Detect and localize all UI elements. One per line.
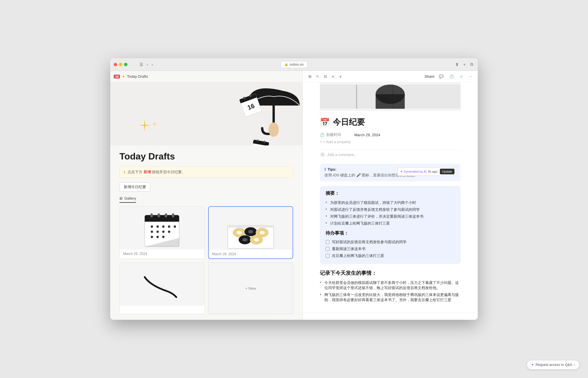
- checkbox-3[interactable]: [326, 254, 330, 258]
- new-tab-icon[interactable]: +: [462, 62, 467, 67]
- info-text: 点击下方 新增 按钮开启今日纪要。: [127, 169, 185, 175]
- forward-button[interactable]: ›: [150, 62, 154, 67]
- tips-info-icon: ℹ: [324, 167, 326, 172]
- gallery-label: Gallery: [124, 196, 136, 200]
- ai-sparkle-icon: ✦ Generated by AI: [400, 170, 427, 174]
- highlight-new: 新增: [144, 170, 151, 174]
- svg-rect-19: [158, 213, 160, 217]
- add-new-label: + New: [245, 286, 256, 291]
- right-panel: ⊞ ↖ ⊟ ∧ ∨ Share 💬 🕐 ☆ ···: [303, 71, 478, 320]
- doc-title-text: 今日纪要: [333, 117, 365, 128]
- tips-title-text: Tips:: [328, 167, 336, 172]
- svg-point-43: [260, 231, 265, 234]
- url-bar[interactable]: 🔒 notion.so: [281, 61, 307, 68]
- nav-down-icon[interactable]: ∨: [338, 74, 343, 79]
- ai-time: 3h ago: [428, 170, 438, 173]
- page-title-bar: 18 ✦ Today Drafts: [114, 74, 148, 79]
- gallery-grid-icon: ⊞: [119, 196, 123, 200]
- gallery-card-3[interactable]: [119, 262, 205, 314]
- add-property[interactable]: + + Add a property: [320, 139, 461, 145]
- expand-icon[interactable]: ⊞: [307, 74, 313, 79]
- todo-text-3: 在豆瓣上给网飞版的三体打三星: [332, 253, 384, 258]
- page-heading: Today Drafts: [119, 151, 293, 162]
- checkbox-2[interactable]: [326, 247, 330, 251]
- record-bullets: 今天给群里会员做的模拟面试聊了差不多两个小时，压力之下暴露了不少问题。这位同学觉…: [320, 279, 461, 303]
- star-icon[interactable]: ☆: [459, 74, 464, 79]
- comment-number: 5: [320, 152, 325, 157]
- todo-text-1: 写好面试的反馈后将文档发给参与面试的同学: [332, 239, 407, 245]
- add-comment-placeholder[interactable]: Add a comment...: [328, 153, 357, 157]
- right-content: 📅 今日纪要 🕐 创建时间 March 29, 2024 +: [303, 82, 478, 313]
- svg-point-33: [162, 236, 165, 238]
- clock-icon: 🕐: [320, 133, 324, 137]
- left-page-title: Today Drafts: [127, 74, 148, 79]
- lock-icon: 🔒: [285, 63, 288, 66]
- todo-section: 待办事项： 写好面试的反馈后将文档发给参与面试的同学 重新阅读三体这本书 在豆瓣…: [326, 230, 455, 259]
- info-banner: ℹ 点击下方 新增 按钮开启今日纪要。: [119, 166, 293, 178]
- toolbar-right: Share 💬 🕐 ☆ ···: [424, 74, 473, 79]
- checkbox-1[interactable]: [326, 240, 330, 244]
- summary-bullet-3: 对网飞版的三体进行了评价，并决定重新阅读三体这本书: [326, 213, 455, 220]
- properties-section: 🕐 创建时间 March 29, 2024 + + Add a property: [320, 131, 461, 145]
- summary-bullet-2: 对面试进行了反馈并将反馈文档发给了参与面试的同学: [326, 206, 455, 213]
- property-created: 🕐 创建时间 March 29, 2024: [320, 131, 461, 139]
- svg-point-26: [174, 225, 176, 228]
- main-content: 18 ✦ Today Drafts: [110, 71, 478, 320]
- close-button[interactable]: [114, 63, 117, 66]
- record-bullet-2: 网飞版的三体有一点改变的比较大，我觉得他相较于腾讯版的三体来说更偏离与援助，我觉…: [320, 291, 461, 303]
- todo-item-2: 重新阅读三体这本书: [326, 245, 455, 252]
- comment-icon[interactable]: 💬: [438, 74, 445, 79]
- svg-point-31: [151, 236, 153, 238]
- card-date-2: March 29, 2024: [209, 250, 293, 258]
- maximize-button[interactable]: [124, 63, 127, 66]
- sidebar-toggle[interactable]: ☰: [138, 62, 144, 67]
- gallery-grid: March 29, 2024: [119, 206, 293, 314]
- table-icon[interactable]: ⊟: [323, 74, 328, 79]
- card-image-1: [120, 206, 204, 250]
- svg-point-45: [242, 238, 247, 241]
- minimize-button[interactable]: [119, 63, 122, 66]
- qa-section: ✦ Request access to Q&A ›: [303, 313, 478, 320]
- svg-point-32: [156, 236, 159, 238]
- calendar-illustration: [127, 206, 196, 250]
- todo-text-2: 重新阅读三体这本书: [332, 246, 365, 252]
- screen-share-icon[interactable]: ⬆: [454, 62, 460, 67]
- toolbar-left: ⊞ ↖ ⊟ ∧ ∨: [307, 74, 343, 79]
- todo-item-1: 写好面试的反馈后将文档发给参与面试的同学: [326, 239, 455, 245]
- back-button[interactable]: ‹: [146, 62, 149, 67]
- add-new-card[interactable]: + New: [208, 262, 293, 314]
- donuts-illustration: [216, 207, 285, 250]
- gallery-card-2[interactable]: March 29, 2024: [208, 206, 293, 259]
- nav-up-icon[interactable]: ∧: [330, 74, 336, 79]
- svg-point-24: [162, 225, 165, 228]
- traffic-lights: [114, 63, 127, 66]
- copy-tab-icon[interactable]: ⧉: [469, 61, 474, 67]
- more-icon[interactable]: ···: [468, 74, 473, 79]
- update-button[interactable]: Update: [440, 169, 454, 174]
- svg-point-1: [268, 122, 279, 137]
- svg-rect-18: [150, 213, 153, 217]
- summary-bullet-1: 为群里的会员进行了模拟面试，持续了大约两个小时: [326, 199, 455, 206]
- record-bullet-1: 今天给群里会员做的模拟面试聊了差不多两个小时，压力之下暴露了不少问题。这位同学觉…: [320, 279, 461, 291]
- summary-title: 摘要：: [326, 190, 455, 196]
- new-entry-button[interactable]: 新增今日纪要: [119, 182, 150, 192]
- gallery-card-1[interactable]: March 29, 2024: [119, 206, 205, 259]
- svg-point-28: [156, 231, 159, 233]
- right-hero-image: [320, 82, 461, 111]
- ai-badge[interactable]: ✦ Generated by AI 3h ago Update: [398, 167, 457, 176]
- url-text: notion.so: [290, 63, 304, 67]
- share-button[interactable]: Share: [424, 74, 434, 79]
- card-image-3: [120, 263, 204, 306]
- summary-bullets: 为群里的会员进行了模拟面试，持续了大约两个小时 对面试进行了反馈并将反馈文档发给…: [326, 199, 455, 227]
- cursor-icon[interactable]: ↖: [315, 74, 320, 79]
- svg-rect-21: [172, 213, 174, 217]
- comment-area: 5 Add a comment...: [320, 150, 461, 159]
- titlebar-right: ⬆ + ⧉: [454, 61, 474, 67]
- todo-item-3: 在豆瓣上给网飞版的三体打三星: [326, 252, 455, 259]
- card-date-1: March 29, 2024: [120, 250, 204, 258]
- svg-rect-50: [356, 85, 357, 109]
- titlebar: ☰ ‹ › 🔒 notion.so ⬆ + ⧉: [110, 58, 478, 71]
- clock-icon[interactable]: 🕐: [448, 74, 455, 79]
- svg-point-30: [168, 231, 170, 233]
- svg-rect-20: [165, 213, 167, 217]
